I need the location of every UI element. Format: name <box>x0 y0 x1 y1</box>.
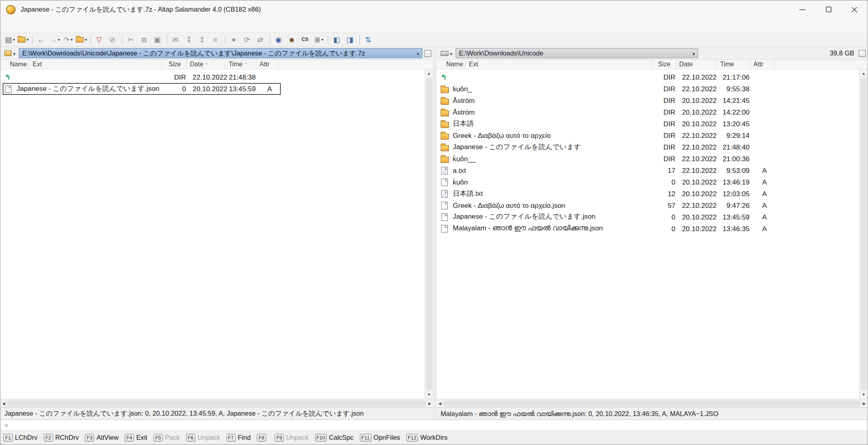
scrollbar-thumb[interactable] <box>426 78 432 390</box>
scroll-right-icon[interactable] <box>427 399 433 408</box>
file-icon <box>440 145 449 151</box>
pack-button[interactable]: ↧ <box>183 33 195 45</box>
Japanese - このファイルを読んでいます.json[interactable]: Japanese - このファイルを読んでいます.json 0 20.10.20… <box>439 211 777 223</box>
back-button[interactable]: ← <box>35 33 47 45</box>
command-line[interactable]: > <box>0 419 867 431</box>
hot-paths-button[interactable]: ▾ <box>75 33 87 45</box>
path-history-icon[interactable] <box>692 49 695 57</box>
file-row[interactable]: DIR 22.10.2022 21:17:06 <box>439 72 777 83</box>
user-menu-button[interactable]: ☻ <box>286 33 298 45</box>
Japanese - このファイルを読んでいます[interactable]: Japanese - このファイルを読んでいます DIR 22.10.2022 … <box>439 141 777 153</box>
column-time[interactable]: Time <box>717 60 750 69</box>
maximize-button[interactable] <box>815 0 841 18</box>
right-horizontal-scrollbar[interactable] <box>437 399 867 407</box>
scroll-up-icon[interactable] <box>425 69 433 78</box>
fkey-f4[interactable]: F4 Exit <box>125 434 147 441</box>
column-attr[interactable]: Attr <box>256 60 278 69</box>
toolbar-separator <box>122 35 122 44</box>
Åström[interactable]: Åström DIR 20.10.2022 14:22:00 <box>439 107 777 118</box>
left-drive-button[interactable] <box>3 48 17 58</box>
find-button[interactable]: ⌖ <box>228 33 240 45</box>
ḱụôn[interactable]: ḱụôn 0 20.10.2022 13:46:19 A <box>439 176 777 188</box>
left-horizontal-scrollbar[interactable] <box>0 399 433 407</box>
Greek - Διαβάζω αυτό το αρχείο[interactable]: Greek - Διαβάζω αυτό το αρχείο DIR 22.10… <box>439 129 777 141</box>
properties-button[interactable]: ≡ <box>210 33 222 45</box>
panel-splitter[interactable] <box>433 47 437 419</box>
left-vertical-scrollbar[interactable] <box>425 69 433 399</box>
column-name[interactable]: Name <box>0 60 29 69</box>
fkey-f6[interactable]: F6 Unpack <box>186 434 220 441</box>
charset-button[interactable]: CS <box>300 33 312 45</box>
network-button[interactable]: ⇅ <box>363 33 375 45</box>
scrollbar-thumb[interactable] <box>443 400 860 406</box>
fkey-f3[interactable]: F3 AltView <box>85 434 118 441</box>
file-row[interactable]: DIR 22.10.2022 21:48:38 <box>3 72 281 83</box>
left-panel-button[interactable]: ◧ <box>331 33 343 45</box>
column-size[interactable]: Size <box>162 60 187 69</box>
fkey-f2[interactable]: F2 RChDrv <box>43 434 79 441</box>
open-folder-button[interactable]: ▾ <box>17 33 29 45</box>
scrollbar-thumb[interactable] <box>860 78 866 390</box>
forward-button[interactable]: → ▾ <box>49 33 61 45</box>
column-attr[interactable]: Attr <box>750 60 774 69</box>
panel-view-button[interactable]: ▤ ▾ <box>4 33 16 45</box>
column-name[interactable]: Name ^ <box>437 60 466 69</box>
right-panel-button[interactable]: ◨ <box>344 33 356 45</box>
refresh-button[interactable]: ⟳ <box>241 33 253 45</box>
unpack-button[interactable]: ↥ <box>196 33 208 45</box>
column-time[interactable]: Time ^ <box>225 60 256 69</box>
minimize-button[interactable] <box>789 0 815 18</box>
left-status-bar: Japanese - このファイルを読んでいます.json: 0, 20.10.… <box>0 407 433 419</box>
scroll-left-icon[interactable] <box>0 399 7 408</box>
copy-button[interactable]: ⧉ <box>139 33 151 45</box>
scroll-up-icon[interactable] <box>860 69 867 78</box>
right-path-box[interactable]: E:\Work\Downloads\Unicode <box>455 48 698 58</box>
filter-button[interactable]: ▽ <box>94 33 106 45</box>
fkey-f5[interactable]: F5 Pack <box>153 434 180 441</box>
column-ext[interactable]: Ext <box>466 60 653 69</box>
chevron-down-icon: ▾ <box>13 37 15 42</box>
scroll-left-icon[interactable] <box>437 399 443 408</box>
fkey-f10[interactable]: F10 CalcSpc <box>315 434 354 441</box>
close-button[interactable] <box>841 0 868 18</box>
paste-button[interactable]: ▣ <box>152 33 164 45</box>
right-panel: E:\Work\Downloads\Unicode 39,8 GB Name ^… <box>437 47 867 419</box>
scroll-down-icon[interactable] <box>425 391 433 399</box>
ḱụôn_[interactable]: ḱụôn_ DIR 22.10.2022 9:55:38 <box>439 83 777 95</box>
Malayalam - ഞാൻ ഈ ഫയൽ വായിക്കുന്നു.json[interactable]: Malayalam - ഞാൻ ഈ ഫയൽ വായിക്കുന്നു.json … <box>439 223 777 234</box>
scroll-right-icon[interactable] <box>861 399 868 408</box>
fkey-f8[interactable]: F8 <box>257 434 268 441</box>
right-vertical-scrollbar[interactable] <box>859 69 868 399</box>
scrollbar-thumb[interactable] <box>7 400 426 406</box>
fkey-f12[interactable]: F12 WorkDirs <box>406 434 447 441</box>
right-drive-button[interactable] <box>439 48 454 58</box>
a.txt[interactable]: a.txt 17 22.10.2022 9:53:09 A <box>439 164 777 176</box>
column-ext[interactable]: Ext <box>29 60 162 69</box>
fkey-f11[interactable]: F11 OpnFiles <box>360 434 400 441</box>
fkey-f9[interactable]: F9 Unpack <box>274 434 308 441</box>
view-menu-button[interactable]: ≣ ▾ <box>313 33 325 45</box>
Japanese - このファイルを読んでいます.json[interactable]: Japanese - このファイルを読んでいます.json 0 20.10.20… <box>3 83 281 95</box>
日本語.txt[interactable]: 日本語.txt 12 20.10.2022 12:03:05 A <box>439 188 777 199</box>
path-history-icon[interactable] <box>417 49 419 57</box>
zoom-button[interactable]: ◉ <box>273 33 285 45</box>
cut-button[interactable]: ✂ <box>125 33 137 45</box>
compare-button[interactable]: ⇄ <box>255 33 267 45</box>
ḱụôn__[interactable]: ḱụôn__ DIR 22.10.2022 21:00:36 <box>439 153 777 164</box>
left-panel-zoom-button[interactable] <box>424 49 431 57</box>
fkey-f7[interactable]: F7 Find <box>226 434 251 441</box>
Åström[interactable]: Åström DIR 20.10.2022 14:21:45 <box>439 95 777 107</box>
scroll-down-icon[interactable] <box>860 391 867 399</box>
日本語[interactable]: 日本語 DIR 20.10.2022 13:20:45 <box>439 118 777 130</box>
Greek - Διαβάζω αυτό το αρχείο.json[interactable]: Greek - Διαβάζω αυτό το αρχείο.json 57 2… <box>439 199 777 211</box>
function-key-label: AltView <box>96 434 118 441</box>
deselect-button[interactable]: ⊘ <box>107 33 119 45</box>
fkey-f1[interactable]: F1 LChDrv <box>3 434 37 441</box>
left-path-box[interactable]: E:\Work\Downloads\Unicode\Japanese - このフ… <box>19 48 423 58</box>
column-size[interactable]: Size <box>653 60 676 69</box>
email-button[interactable]: ✉ <box>170 33 182 45</box>
column-date[interactable]: Date <box>676 60 717 69</box>
right-panel-zoom-button[interactable] <box>859 49 866 57</box>
column-date[interactable]: Date ^ <box>186 60 225 69</box>
history-button[interactable]: ↷ ▾ <box>62 33 74 45</box>
